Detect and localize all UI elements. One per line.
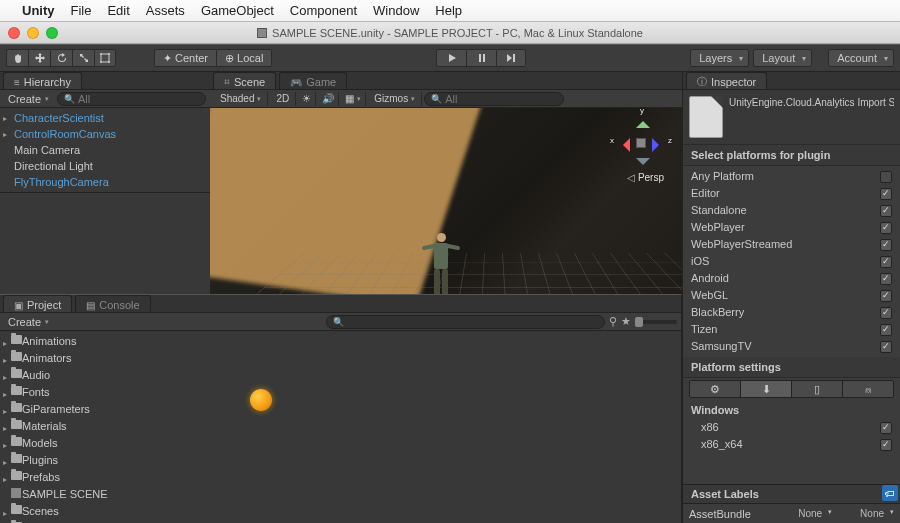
project-zoom-slider[interactable] (635, 320, 677, 324)
menu-assets[interactable]: Assets (146, 3, 185, 18)
hierarchy-item[interactable]: Main Camera (0, 142, 210, 158)
pivot-center-button[interactable]: ✦Center (154, 49, 216, 67)
hand-tool-button[interactable] (6, 49, 28, 67)
menu-file[interactable]: File (71, 3, 92, 18)
step-button[interactable] (496, 49, 526, 67)
platform-tab-standalone[interactable]: ⬇ (741, 381, 792, 397)
menu-gameobject[interactable]: GameObject (201, 3, 274, 18)
platform-label: WebGL (691, 288, 880, 303)
platform-checkbox[interactable]: ✓ (880, 290, 892, 302)
move-tool-button[interactable] (28, 49, 50, 67)
inspector-tab[interactable]: ⓘInspector (686, 72, 767, 89)
gizmos-dropdown[interactable]: Gizmos (368, 92, 422, 106)
asset-labels-section[interactable]: Asset Labels (683, 484, 900, 503)
project-folder[interactable]: ▸Animators (0, 350, 681, 367)
platform-checkbox[interactable]: ✓ (880, 256, 892, 268)
hierarchy-create-button[interactable]: Create (4, 93, 53, 105)
project-folder[interactable]: ▸Audio (0, 367, 681, 384)
windows-subtitle: Windows (691, 403, 892, 418)
game-tab[interactable]: 🎮Game (279, 72, 347, 89)
platform-label: BlackBerry (691, 305, 880, 320)
platform-checkbox[interactable]: ✓ (880, 171, 892, 183)
menu-unity[interactable]: Unity (22, 3, 55, 18)
hierarchy-item[interactable]: ▸ControlRoomCanvas (0, 126, 210, 142)
close-window-button[interactable] (8, 27, 20, 39)
platform-checkbox[interactable]: ✓ (880, 324, 892, 336)
project-folder[interactable]: ▸Prefabs (0, 469, 681, 486)
project-scene-item[interactable]: SAMPLE SCENE (0, 486, 681, 503)
hierarchy-item[interactable]: FlyThroughCamera (0, 174, 210, 190)
menu-help[interactable]: Help (435, 3, 462, 18)
project-folder[interactable]: ▸Models (0, 435, 681, 452)
platform-label: iOS (691, 254, 880, 269)
scale-tool-button[interactable] (72, 49, 94, 67)
platform-checkbox[interactable]: ✓ (880, 341, 892, 353)
svg-point-4 (108, 61, 110, 63)
project-tree[interactable]: ▸Animations▸Animators▸Audio▸Fonts▸GiPara… (0, 331, 681, 523)
assetbundle-variant-dropdown[interactable]: None (860, 508, 894, 519)
pause-button[interactable] (466, 49, 496, 67)
rotate-tool-button[interactable] (50, 49, 72, 67)
projection-label[interactable]: Persp (627, 172, 664, 183)
hierarchy-tab[interactable]: ≡Hierarchy (3, 72, 82, 89)
minimize-window-button[interactable] (27, 27, 39, 39)
label-tag-icon[interactable]: 🏷 (882, 485, 898, 501)
platform-tab-editor[interactable]: ⚙ (690, 381, 741, 397)
2d-toggle[interactable]: 2D (270, 92, 296, 106)
console-tab[interactable]: ▤Console (75, 295, 150, 312)
platform-checkbox[interactable]: ✓ (880, 222, 892, 234)
shading-mode-dropdown[interactable]: Shaded (214, 92, 268, 106)
platform-label: WebPlayer (691, 220, 880, 235)
platforms-list: Any Platform✓Editor✓Standalone✓WebPlayer… (683, 166, 900, 357)
menu-component[interactable]: Component (290, 3, 357, 18)
platform-checkbox[interactable]: ✓ (880, 205, 892, 217)
scene-lighting-toggle[interactable]: ☀ (298, 92, 316, 106)
orientation-gizmo[interactable]: y x z (614, 116, 668, 170)
platform-tab-mobile[interactable]: ▯ (792, 381, 843, 397)
platform-settings-tabs: ⚙ ⬇ ▯ ⍝ (689, 380, 894, 398)
platform-row: BlackBerry✓ (683, 304, 900, 321)
platform-checkbox[interactable]: ✓ (880, 273, 892, 285)
macos-menubar: Unity File Edit Assets GameObject Compon… (0, 0, 900, 22)
project-create-button[interactable]: Create (4, 316, 53, 328)
hierarchy-item[interactable]: ▸CharacterScientist (0, 110, 210, 126)
platform-checkbox[interactable]: ✓ (880, 307, 892, 319)
hierarchy-search[interactable]: 🔍All (57, 92, 206, 106)
scene-audio-toggle[interactable]: 🔊 (318, 92, 339, 106)
project-folder[interactable]: ▸Fonts (0, 384, 681, 401)
project-folder[interactable]: ▸Plugins (0, 452, 681, 469)
layers-dropdown[interactable]: Layers (690, 49, 749, 67)
scene-fx-dropdown[interactable]: ▦ (341, 92, 366, 106)
rect-tool-button[interactable] (94, 49, 116, 67)
platform-row: Editor✓ (683, 185, 900, 202)
hierarchy-item[interactable]: Directional Light (0, 158, 210, 174)
zoom-window-button[interactable] (46, 27, 58, 39)
project-search[interactable]: 🔍 (326, 315, 605, 329)
scene-search[interactable]: 🔍All (424, 92, 564, 106)
play-button[interactable] (436, 49, 466, 67)
play-controls (436, 49, 526, 67)
assetbundle-name-dropdown[interactable]: None (798, 508, 832, 519)
project-folder[interactable]: ▸Animations (0, 333, 681, 350)
project-folder[interactable]: ▸Materials (0, 418, 681, 435)
platform-tab-android[interactable]: ⍝ (843, 381, 893, 397)
hierarchy-list[interactable]: ▸CharacterScientist▸ControlRoomCanvasMai… (0, 108, 210, 193)
project-favorite-icon[interactable]: ★ (621, 315, 631, 328)
project-folder[interactable]: ▸Scenes (0, 503, 681, 520)
platform-label: Android (691, 271, 880, 286)
account-dropdown[interactable]: Account (828, 49, 894, 67)
project-filter-icon[interactable]: ⚲ (609, 315, 617, 328)
layout-dropdown[interactable]: Layout (753, 49, 812, 67)
menu-window[interactable]: Window (373, 3, 419, 18)
arch-checkbox[interactable]: ✓ (880, 422, 892, 434)
project-folder[interactable]: ▸GiParameters (0, 401, 681, 418)
platform-checkbox[interactable]: ✓ (880, 239, 892, 251)
scene-tab[interactable]: ⌗Scene (213, 72, 276, 89)
svg-rect-0 (101, 54, 109, 62)
pivot-local-button[interactable]: ⊕Local (216, 49, 272, 67)
menu-edit[interactable]: Edit (107, 3, 129, 18)
platform-row: WebGL✓ (683, 287, 900, 304)
project-tab[interactable]: ▣Project (3, 295, 72, 312)
platform-checkbox[interactable]: ✓ (880, 188, 892, 200)
arch-checkbox[interactable]: ✓ (880, 439, 892, 451)
